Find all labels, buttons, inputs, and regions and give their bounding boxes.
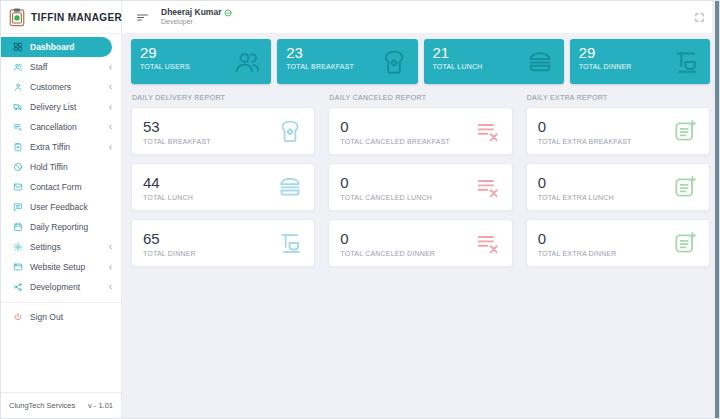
card-label: TOTAL EXTRA DINNER [538,250,617,257]
sidebar-divider [1,302,121,303]
card-value: 65 [143,230,196,248]
list-x-icon [475,230,501,256]
card-value: 0 [340,230,435,248]
list-x-icon [475,118,501,144]
chevron-left-icon: ‹ [109,82,114,92]
section-title: DAILY CANCELED REPORT [329,94,512,101]
users-icon [233,48,261,76]
sidebar-item-sign-out[interactable]: Sign Out [1,307,121,327]
sidebar-item-label: Staff [30,62,102,72]
card-label: TOTAL CANCELED BREAKFAST [340,138,450,145]
sidebar-item-staff[interactable]: Staff ‹ [1,57,121,77]
sidebar-item-daily-reporting[interactable]: Daily Reporting [1,217,121,237]
chevron-left-icon: ‹ [109,62,114,72]
sidebar-item-extra-tiffin[interactable]: Extra Tiffin ‹ [1,137,121,157]
sidebar-toggle-icon[interactable] [136,11,149,24]
daily-canceled-report-column: DAILY CANCELED REPORT 0 TOTAL CANCELED B… [328,86,512,275]
fullscreen-icon[interactable] [694,12,705,23]
sidebar-item-label: Dashboard [30,42,105,52]
sidebar-item-label: Cancellation [30,122,102,132]
sidebar-item-development[interactable]: Development ‹ [1,277,121,297]
list-plus-icon [672,174,698,200]
nodes-icon [13,282,23,292]
burger-icon [526,48,554,76]
sidebar-item-label: Settings [30,242,102,252]
user-menu[interactable]: Dheeraj Kumar Developer [161,7,232,26]
card-label: TOTAL CANCELED LUNCH [340,194,432,201]
top-header: Dheeraj Kumar Developer [122,1,719,34]
footer-company: ClungTech Services [9,401,75,410]
stat-card-total-dinner[interactable]: 29 TOTAL DINNER [570,39,710,84]
sidebar-item-label: Development [30,282,102,292]
list-x-icon [13,122,23,132]
sidebar-item-delivery-list[interactable]: Delivery List ‹ [1,97,121,117]
section-title: DAILY DELIVERY REPORT [132,94,315,101]
list-plus-icon [672,118,698,144]
burger-icon [277,174,303,200]
section-title: DAILY EXTRA REPORT [527,94,710,101]
sidebar-item-label: Delivery List [30,102,102,112]
sidebar-item-cancellation[interactable]: Cancellation ‹ [1,117,121,137]
card-label: TOTAL CANCELED DINNER [340,250,435,257]
card-value: 0 [538,230,617,248]
dinner-icon [277,230,303,256]
toast-icon [380,48,408,76]
card-label: TOTAL EXTRA BREAKFAST [538,138,632,145]
vertical-scrollbar[interactable] [712,1,719,418]
clipboard-plus-icon [13,142,23,152]
calendar-icon [13,222,23,232]
report-card-delivery-breakfast: 53 TOTAL BREAKFAST [131,107,315,155]
chat-icon [13,202,23,212]
list-x-icon [475,174,501,200]
scrollbar-thumb[interactable] [715,1,719,418]
daily-delivery-report-column: DAILY DELIVERY REPORT 53 TOTAL BREAKFAST… [131,86,315,275]
card-value: 44 [143,174,193,192]
stat-card-total-users[interactable]: 29 TOTAL USERS [131,39,271,84]
person-icon [13,82,23,92]
sidebar-item-label: Daily Reporting [30,222,114,232]
sidebar-item-hold-tiffin[interactable]: Hold Tiffin [1,157,121,177]
tiffin-manager-app: TIFFIN MANAGER Dashboard Staff ‹ Custome… [0,0,720,419]
sidebar-item-label: Hold Tiffin [30,162,114,172]
sidebar-item-settings[interactable]: Settings ‹ [1,237,121,257]
browser-icon [13,262,23,272]
card-label: TOTAL BREAKFAST [143,138,211,145]
sidebar: TIFFIN MANAGER Dashboard Staff ‹ Custome… [1,1,122,418]
sidebar-item-dashboard[interactable]: Dashboard [1,37,112,57]
chevron-left-icon: ‹ [109,282,114,292]
card-value: 0 [538,174,614,192]
toast-icon [277,118,303,144]
slash-circle-icon [13,162,23,172]
card-label: TOTAL EXTRA LUNCH [538,194,614,201]
reports-row: DAILY DELIVERY REPORT 53 TOTAL BREAKFAST… [131,86,710,275]
stat-card-total-breakfast[interactable]: 23 TOTAL BREAKFAST [277,39,417,84]
list-plus-icon [672,230,698,256]
report-card-delivery-lunch: 44 TOTAL LUNCH [131,163,315,211]
dashboard-content: 29 TOTAL USERS 23 TOTAL BREAKFAST 21 TOT… [122,34,719,418]
sidebar-item-customers[interactable]: Customers ‹ [1,77,121,97]
sidebar-item-label: Customers [30,82,102,92]
power-icon [13,312,23,322]
sidebar-nav: Dashboard Staff ‹ Customers ‹ Delivery L… [1,34,121,392]
logo-row: TIFFIN MANAGER [1,1,121,34]
card-value: 53 [143,118,211,136]
sidebar-item-website-setup[interactable]: Website Setup ‹ [1,257,121,277]
gear-icon [13,242,23,252]
sidebar-item-label: Contact Form [30,182,114,192]
report-card-canceled-breakfast: 0 TOTAL CANCELED BREAKFAST [328,107,512,155]
stats-row: 29 TOTAL USERS 23 TOTAL BREAKFAST 21 TOT… [131,39,710,84]
chevron-left-icon: ‹ [109,262,114,272]
card-value: 0 [538,118,632,136]
envelope-icon [13,182,23,192]
report-card-extra-dinner: 0 TOTAL EXTRA DINNER [526,219,710,267]
app-title: TIFFIN MANAGER [31,12,122,23]
sidebar-item-contact-form[interactable]: Contact Form [1,177,121,197]
sidebar-item-user-feedback[interactable]: User Feedback [1,197,121,217]
grid-icon [13,42,23,52]
chevron-left-icon: ‹ [109,122,114,132]
people-icon [13,62,23,72]
verified-badge-icon [224,9,232,17]
user-role: Developer [161,18,232,27]
stat-card-total-lunch[interactable]: 21 TOTAL LUNCH [424,39,564,84]
daily-extra-report-column: DAILY EXTRA REPORT 0 TOTAL EXTRA BREAKFA… [526,86,710,275]
